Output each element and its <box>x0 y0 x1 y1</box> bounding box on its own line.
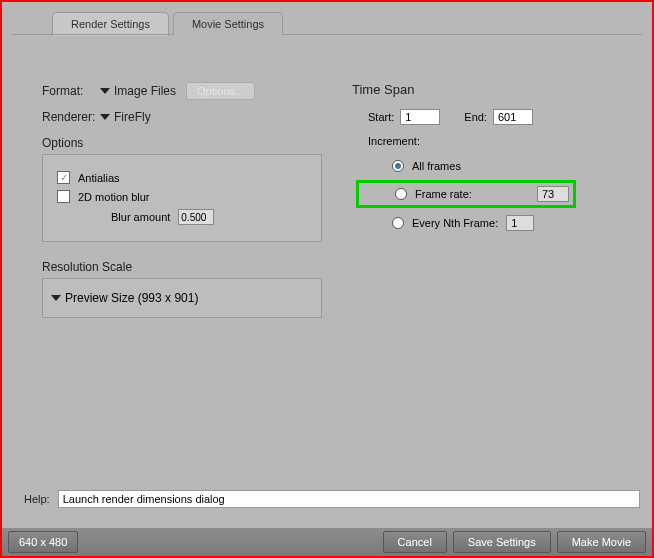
format-value[interactable]: Image Files <box>114 84 176 98</box>
frame-rate-input[interactable] <box>537 186 569 202</box>
dropdown-icon[interactable] <box>100 114 110 120</box>
dropdown-icon[interactable] <box>51 295 61 301</box>
start-label: Start: <box>368 111 394 123</box>
motion-blur-label: 2D motion blur <box>78 191 150 203</box>
options-box: Antialias 2D motion blur Blur amount <box>42 154 322 242</box>
timespan-title: Time Span <box>352 82 612 97</box>
resolution-box: Preview Size (993 x 901) <box>42 278 322 318</box>
blur-amount-label: Blur amount <box>111 211 170 223</box>
every-nth-input[interactable] <box>506 215 534 231</box>
frame-rate-highlight: Frame rate: <box>356 180 576 208</box>
tab-bar: Render Settings Movie Settings <box>52 12 287 36</box>
antialias-checkbox[interactable] <box>57 171 70 184</box>
tab-divider <box>12 34 642 35</box>
renderer-label: Renderer: <box>42 110 102 124</box>
preview-size-value[interactable]: Preview Size (993 x 901) <box>65 291 198 305</box>
blur-amount-input <box>178 209 214 225</box>
frame-rate-label: Frame rate: <box>415 188 472 200</box>
dimensions-button[interactable]: 640 x 480 <box>8 531 78 553</box>
dialog-window: Render Settings Movie Settings Format: I… <box>0 0 654 558</box>
all-frames-radio[interactable] <box>392 160 404 172</box>
help-label: Help: <box>24 493 50 505</box>
help-text <box>58 490 640 508</box>
make-movie-button[interactable]: Make Movie <box>557 531 646 553</box>
tab-movie-settings[interactable]: Movie Settings <box>173 12 283 36</box>
format-label: Format: <box>42 84 102 98</box>
start-input[interactable] <box>400 109 440 125</box>
increment-label: Increment: <box>368 135 612 147</box>
options-button: Options... <box>186 82 255 100</box>
content-panel: Format: Image Files Options... Renderer:… <box>12 42 642 496</box>
left-column: Format: Image Files Options... Renderer:… <box>42 82 322 318</box>
frame-rate-radio[interactable] <box>395 188 407 200</box>
every-nth-label: Every Nth Frame: <box>412 217 498 229</box>
antialias-label: Antialias <box>78 172 120 184</box>
tab-render-settings[interactable]: Render Settings <box>52 12 169 36</box>
bottom-bar: 640 x 480 Cancel Save Settings Make Movi… <box>2 528 652 556</box>
resolution-title: Resolution Scale <box>42 260 322 274</box>
right-column: Time Span Start: End: Increment: All fra… <box>352 82 612 237</box>
all-frames-label: All frames <box>412 160 461 172</box>
every-nth-radio[interactable] <box>392 217 404 229</box>
save-settings-button[interactable]: Save Settings <box>453 531 551 553</box>
end-input[interactable] <box>493 109 533 125</box>
renderer-value[interactable]: FireFly <box>114 110 151 124</box>
cancel-button[interactable]: Cancel <box>383 531 447 553</box>
end-label: End: <box>464 111 487 123</box>
motion-blur-checkbox[interactable] <box>57 190 70 203</box>
dropdown-icon[interactable] <box>100 88 110 94</box>
options-title: Options <box>42 136 322 150</box>
help-row: Help: <box>24 490 640 508</box>
